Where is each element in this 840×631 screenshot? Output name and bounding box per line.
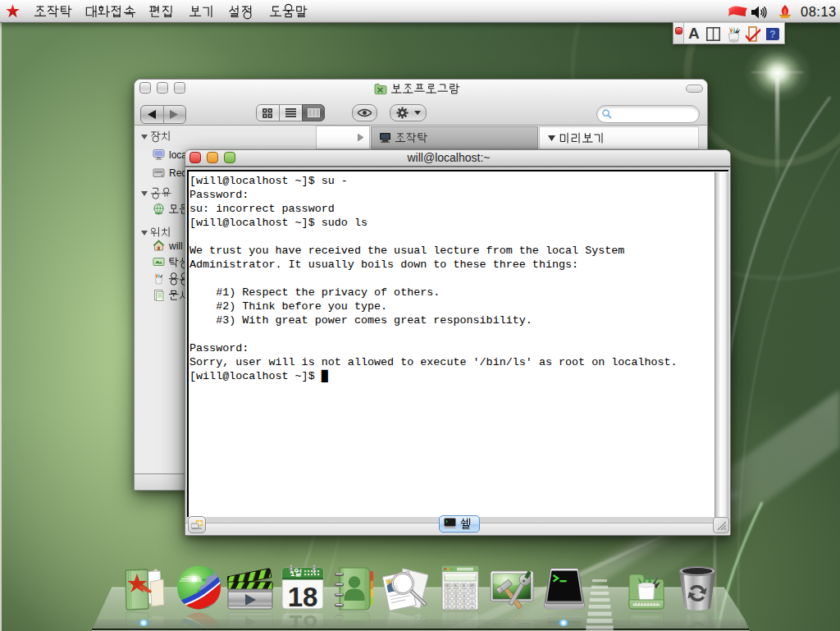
svg-text:2: 2	[455, 613, 457, 616]
svg-text:4: 4	[447, 600, 449, 603]
svg-text:+: +	[471, 619, 472, 622]
svg-text:9: 9	[463, 595, 465, 598]
svg-text:6: 6	[463, 600, 465, 603]
svg-text:x: x	[472, 589, 473, 592]
svg-text:7: 7	[447, 624, 449, 627]
svg-text:8: 8	[455, 624, 457, 627]
svg-text:M+: M+	[454, 584, 458, 588]
svg-text:6: 6	[463, 619, 465, 622]
svg-text:18: 18	[288, 582, 318, 610]
svg-text:3: 3	[463, 606, 465, 609]
svg-text:=: =	[471, 606, 472, 609]
svg-text:/: /	[463, 589, 464, 592]
svg-text:1: 1	[447, 606, 449, 609]
svg-text:5: 5	[455, 600, 457, 603]
svg-text:3: 3	[463, 613, 465, 616]
svg-text:8: 8	[455, 595, 457, 598]
svg-text:?: ?	[769, 29, 775, 40]
svg-text:MC: MC	[445, 584, 450, 588]
svg-text:9: 9	[463, 624, 465, 627]
svg-text:MR: MR	[470, 584, 475, 588]
svg-text:+: +	[471, 600, 472, 603]
svg-text:5: 5	[455, 619, 457, 622]
svg-text:18: 18	[288, 611, 318, 631]
svg-text:=: =	[471, 613, 472, 616]
svg-text:7: 7	[447, 595, 449, 598]
svg-text:1: 1	[447, 613, 449, 616]
svg-text:2: 2	[455, 606, 457, 609]
svg-text:4: 4	[447, 619, 449, 622]
